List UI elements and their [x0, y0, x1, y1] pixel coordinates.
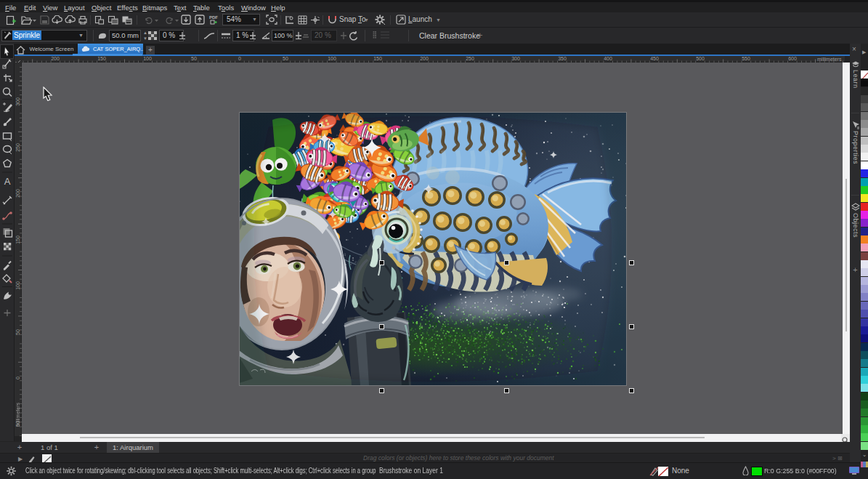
- svg-text:A: A: [4, 176, 11, 187]
- svg-text:250: 250: [15, 143, 20, 152]
- svg-text:200: 200: [15, 189, 20, 198]
- svg-text:PDF: PDF: [209, 15, 218, 20]
- svg-text:300: 300: [15, 97, 20, 106]
- svg-text:50: 50: [15, 329, 20, 335]
- svg-text:150: 150: [15, 236, 20, 244]
- svg-text:0: 0: [15, 377, 20, 379]
- svg-text:100: 100: [15, 281, 20, 290]
